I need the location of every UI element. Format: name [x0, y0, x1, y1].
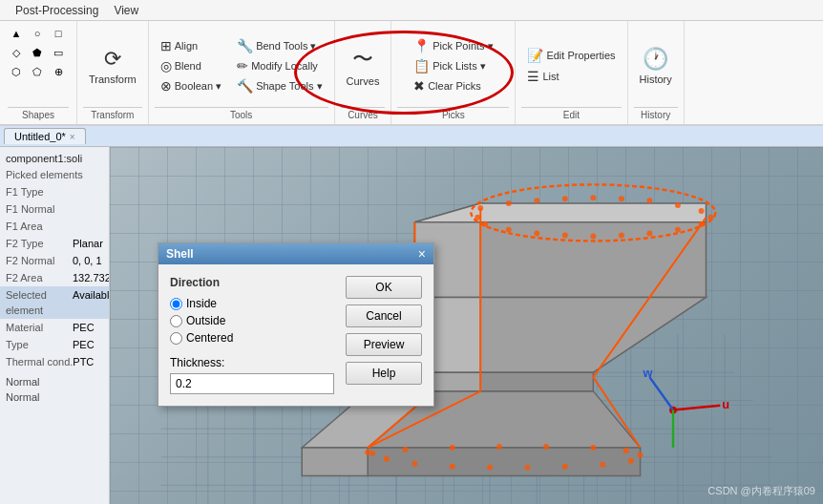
selected-element-row: Selected element Available [0, 286, 109, 319]
blend-icon: ◎ [160, 58, 172, 74]
clear-picks-btn[interactable]: ✖ Clear Picks [408, 76, 498, 95]
history-label: History [634, 107, 678, 120]
shape-icon-triangle[interactable]: ▲ [8, 25, 25, 42]
svg-marker-20 [480, 297, 706, 372]
thermal-row: Thermal cond. PTC [0, 353, 109, 370]
svg-point-55 [365, 450, 370, 455]
shape-icon-circle[interactable]: ○ [29, 25, 46, 42]
tab-title: Untitled_0* [14, 131, 66, 142]
svg-point-63 [628, 458, 634, 464]
material-key: Material [6, 320, 73, 335]
shape-icon-hex[interactable]: ⬡ [8, 63, 25, 80]
dialog-body: Direction Inside Outside Centered [158, 264, 433, 406]
dialog-title: Shell [166, 247, 194, 261]
radio-inside-input[interactable] [170, 298, 182, 310]
svg-marker-19 [414, 203, 706, 222]
svg-marker-27 [302, 448, 368, 476]
svg-point-60 [590, 445, 596, 451]
radio-outside-label: Outside [186, 314, 225, 327]
svg-point-61 [623, 448, 629, 453]
component-name: component1:soli [0, 151, 109, 166]
svg-point-67 [487, 465, 493, 471]
menu-view[interactable]: View [106, 2, 146, 19]
shape-icon-rect[interactable]: ▭ [50, 44, 67, 61]
svg-point-44 [562, 233, 568, 239]
shapes-label: Shapes [8, 107, 69, 120]
dialog-title-bar[interactable]: Shell × [158, 243, 433, 264]
axis-group: w u [643, 366, 729, 448]
cancel-btn[interactable]: Cancel [346, 304, 422, 327]
history-icon: 🕐 [643, 47, 668, 72]
dialog-close-btn[interactable]: × [418, 247, 426, 261]
curves-btn[interactable]: 〜 Curves [341, 32, 386, 100]
curves-label: Curves [341, 107, 386, 120]
menu-post-processing[interactable]: Post-Processing [8, 2, 106, 19]
selected-element-key: Selected element [6, 287, 73, 318]
edit-label: Edit [521, 107, 621, 120]
svg-point-47 [482, 221, 488, 227]
shape-icon-diamond[interactable]: ◇ [8, 44, 25, 61]
svg-point-35 [646, 198, 652, 203]
bend-icon: 🔧 [237, 38, 253, 53]
svg-line-75 [673, 406, 720, 410]
tab-untitled[interactable]: Untitled_0* × [4, 128, 86, 144]
help-btn[interactable]: Help [346, 362, 422, 385]
radio-outside[interactable]: Outside [170, 314, 334, 327]
radio-centered-input[interactable] [170, 332, 182, 345]
pick-lists-btn[interactable]: 📋 Pick Lists ▾ [408, 56, 498, 75]
shape-icon-square[interactable]: □ [50, 25, 67, 42]
radio-inside-label: Inside [186, 297, 217, 310]
normal-label-1: Normal [0, 374, 109, 389]
left-panel: component1:soli Picked elements F1 Type … [0, 147, 110, 504]
svg-point-37 [699, 208, 705, 214]
transform-btn[interactable]: ⟳ Transform [83, 32, 142, 100]
tab-bar: Untitled_0* × [0, 126, 823, 147]
curves-group: 〜 Curves Curves [335, 21, 392, 124]
edit-properties-icon: 📝 [527, 48, 543, 63]
modify-locally-btn[interactable]: ✏ Modify Locally [231, 56, 327, 75]
svg-point-45 [534, 231, 539, 237]
svg-point-66 [525, 465, 531, 471]
shape-icon-pentagon[interactable]: ⬟ [29, 44, 46, 61]
svg-point-30 [506, 200, 512, 206]
radio-outside-input[interactable] [170, 315, 182, 327]
shape-icon-oct[interactable]: ⬠ [29, 63, 46, 80]
edit-properties-btn[interactable]: 📝 Edit Properties [521, 46, 621, 65]
direction-radio-group: Inside Outside Centered [170, 297, 334, 345]
svg-point-36 [675, 202, 681, 208]
tab-close-btn[interactable]: × [70, 132, 75, 142]
thickness-input[interactable] [170, 373, 334, 394]
radio-centered[interactable]: Centered [170, 331, 334, 345]
preview-btn[interactable]: Preview [346, 333, 422, 356]
svg-point-41 [646, 231, 652, 237]
svg-point-58 [496, 444, 502, 450]
svg-point-46 [506, 227, 512, 233]
material-row: Material PEC [0, 319, 109, 336]
shape-icon-plus[interactable]: ⊕ [50, 63, 67, 80]
f2-type-row: F2 Type Planar [0, 235, 109, 252]
shape-tools-btn[interactable]: 🔨 Shape Tools ▾ [231, 76, 327, 95]
history-btn[interactable]: 🕐 History [634, 32, 678, 100]
svg-point-71 [369, 451, 375, 456]
ok-btn[interactable]: OK [346, 276, 422, 299]
list-btn[interactable]: ☰ List [521, 67, 621, 86]
shapes-icons: ▲ ○ □ ◇ ⬟ ▭ ⬡ ⬠ ⊕ [8, 25, 69, 80]
pick-points-btn[interactable]: 📍 Pick Points ▾ [408, 36, 498, 55]
dialog-left: Direction Inside Outside Centered [170, 276, 334, 394]
picks-group: 📍 Pick Points ▾ 📋 Pick Lists ▾ ✖ Clear P… [391, 21, 516, 124]
f1-type-row: F1 Type [0, 183, 109, 200]
thermal-val: PTC [73, 354, 94, 369]
selected-element-val: Available [73, 287, 110, 318]
transform-group: ⟳ Transform Transform [77, 21, 149, 124]
type-row: Type PEC [0, 336, 109, 353]
boolean-btn[interactable]: ⊗ Boolean ▾ [155, 76, 227, 95]
bend-tools-btn[interactable]: 🔧 Bend Tools ▾ [231, 36, 327, 55]
align-btn[interactable]: ⊞ Align [155, 36, 227, 55]
radio-inside[interactable]: Inside [170, 297, 334, 310]
blend-btn[interactable]: ◎ Blend [155, 56, 227, 75]
svg-point-70 [384, 456, 390, 462]
f2-normal-key: F2 Normal [6, 253, 73, 268]
svg-point-32 [562, 196, 568, 201]
svg-point-68 [450, 464, 455, 470]
viewport: w u CSDN @内卷程序猿09 Shell × Direction [110, 147, 823, 504]
